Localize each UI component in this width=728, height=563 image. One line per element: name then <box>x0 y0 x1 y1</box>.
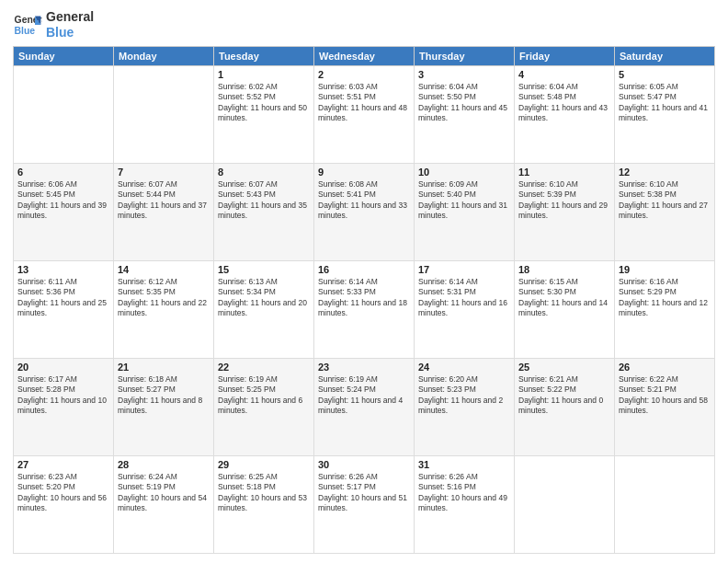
day-info: Sunrise: 6:10 AM Sunset: 5:39 PM Dayligh… <box>518 179 610 222</box>
weekday-tuesday: Tuesday <box>214 46 314 65</box>
calendar-cell: 24Sunrise: 6:20 AM Sunset: 5:23 PM Dayli… <box>415 358 515 455</box>
calendar-cell: 4Sunrise: 6:04 AM Sunset: 5:48 PM Daylig… <box>515 65 615 163</box>
week-row: 1Sunrise: 6:02 AM Sunset: 5:52 PM Daylig… <box>14 65 715 163</box>
day-number: 6 <box>17 167 109 178</box>
day-number: 27 <box>17 459 109 470</box>
day-info: Sunrise: 6:26 AM Sunset: 5:16 PM Dayligh… <box>418 472 510 514</box>
day-info: Sunrise: 6:24 AM Sunset: 5:19 PM Dayligh… <box>118 472 210 514</box>
calendar-cell: 13Sunrise: 6:11 AM Sunset: 5:36 PM Dayli… <box>14 260 114 358</box>
calendar-cell: 29Sunrise: 6:25 AM Sunset: 5:18 PM Dayli… <box>214 455 314 553</box>
day-info: Sunrise: 6:23 AM Sunset: 5:20 PM Dayligh… <box>17 472 109 514</box>
calendar-cell: 20Sunrise: 6:17 AM Sunset: 5:28 PM Dayli… <box>14 358 114 455</box>
day-number: 8 <box>218 167 310 178</box>
day-info: Sunrise: 6:14 AM Sunset: 5:33 PM Dayligh… <box>318 277 410 319</box>
day-info: Sunrise: 6:12 AM Sunset: 5:35 PM Dayligh… <box>118 277 210 319</box>
day-number: 10 <box>418 167 510 178</box>
day-info: Sunrise: 6:25 AM Sunset: 5:18 PM Dayligh… <box>218 472 310 514</box>
calendar-cell: 30Sunrise: 6:26 AM Sunset: 5:17 PM Dayli… <box>314 455 415 553</box>
calendar-cell: 17Sunrise: 6:14 AM Sunset: 5:31 PM Dayli… <box>415 260 515 358</box>
day-number: 28 <box>118 459 210 470</box>
day-number: 18 <box>518 264 610 275</box>
calendar-cell <box>515 455 615 553</box>
calendar-table: SundayMondayTuesdayWednesdayThursdayFrid… <box>13 46 715 554</box>
day-number: 1 <box>218 69 310 80</box>
calendar-cell: 8Sunrise: 6:07 AM Sunset: 5:43 PM Daylig… <box>214 163 314 260</box>
day-number: 23 <box>318 362 410 373</box>
day-number: 26 <box>619 362 711 373</box>
calendar-cell <box>615 455 715 553</box>
logo: General Blue GeneralBlue <box>13 9 94 40</box>
week-row: 20Sunrise: 6:17 AM Sunset: 5:28 PM Dayli… <box>14 358 715 455</box>
day-number: 31 <box>418 459 510 470</box>
day-number: 14 <box>118 264 210 275</box>
day-info: Sunrise: 6:07 AM Sunset: 5:43 PM Dayligh… <box>218 179 310 222</box>
day-info: Sunrise: 6:16 AM Sunset: 5:29 PM Dayligh… <box>619 277 711 319</box>
calendar-cell: 23Sunrise: 6:19 AM Sunset: 5:24 PM Dayli… <box>314 358 415 455</box>
weekday-saturday: Saturday <box>615 46 715 65</box>
day-info: Sunrise: 6:03 AM Sunset: 5:51 PM Dayligh… <box>318 82 410 124</box>
day-number: 20 <box>17 362 109 373</box>
day-info: Sunrise: 6:10 AM Sunset: 5:38 PM Dayligh… <box>619 179 711 222</box>
day-info: Sunrise: 6:14 AM Sunset: 5:31 PM Dayligh… <box>418 277 510 319</box>
calendar-cell: 16Sunrise: 6:14 AM Sunset: 5:33 PM Dayli… <box>314 260 415 358</box>
day-number: 4 <box>518 69 610 80</box>
weekday-monday: Monday <box>114 46 214 65</box>
calendar-cell: 9Sunrise: 6:08 AM Sunset: 5:41 PM Daylig… <box>314 163 415 260</box>
day-info: Sunrise: 6:15 AM Sunset: 5:30 PM Dayligh… <box>518 277 610 319</box>
day-info: Sunrise: 6:04 AM Sunset: 5:48 PM Dayligh… <box>518 82 610 124</box>
calendar-cell: 27Sunrise: 6:23 AM Sunset: 5:20 PM Dayli… <box>14 455 114 553</box>
day-info: Sunrise: 6:26 AM Sunset: 5:17 PM Dayligh… <box>318 472 410 514</box>
day-number: 9 <box>318 167 410 178</box>
day-info: Sunrise: 6:21 AM Sunset: 5:22 PM Dayligh… <box>518 374 610 417</box>
day-info: Sunrise: 6:19 AM Sunset: 5:24 PM Dayligh… <box>318 374 410 417</box>
calendar-cell: 14Sunrise: 6:12 AM Sunset: 5:35 PM Dayli… <box>114 260 214 358</box>
day-number: 13 <box>17 264 109 275</box>
day-number: 12 <box>619 167 711 178</box>
day-info: Sunrise: 6:08 AM Sunset: 5:41 PM Dayligh… <box>318 179 410 222</box>
calendar-cell: 26Sunrise: 6:22 AM Sunset: 5:21 PM Dayli… <box>615 358 715 455</box>
weekday-wednesday: Wednesday <box>314 46 415 65</box>
day-info: Sunrise: 6:09 AM Sunset: 5:40 PM Dayligh… <box>418 179 510 222</box>
day-number: 25 <box>518 362 610 373</box>
week-row: 6Sunrise: 6:06 AM Sunset: 5:45 PM Daylig… <box>14 163 715 260</box>
day-info: Sunrise: 6:19 AM Sunset: 5:25 PM Dayligh… <box>218 374 310 417</box>
calendar-cell: 21Sunrise: 6:18 AM Sunset: 5:27 PM Dayli… <box>114 358 214 455</box>
day-number: 19 <box>619 264 711 275</box>
calendar-cell: 12Sunrise: 6:10 AM Sunset: 5:38 PM Dayli… <box>615 163 715 260</box>
day-number: 15 <box>218 264 310 275</box>
day-number: 11 <box>518 167 610 178</box>
day-info: Sunrise: 6:13 AM Sunset: 5:34 PM Dayligh… <box>218 277 310 319</box>
day-info: Sunrise: 6:11 AM Sunset: 5:36 PM Dayligh… <box>17 277 109 319</box>
day-number: 7 <box>118 167 210 178</box>
day-number: 2 <box>318 69 410 80</box>
calendar-cell: 31Sunrise: 6:26 AM Sunset: 5:16 PM Dayli… <box>415 455 515 553</box>
day-number: 17 <box>418 264 510 275</box>
calendar-cell: 22Sunrise: 6:19 AM Sunset: 5:25 PM Dayli… <box>214 358 314 455</box>
week-row: 13Sunrise: 6:11 AM Sunset: 5:36 PM Dayli… <box>14 260 715 358</box>
day-number: 30 <box>318 459 410 470</box>
calendar-cell: 2Sunrise: 6:03 AM Sunset: 5:51 PM Daylig… <box>314 65 415 163</box>
calendar-cell: 1Sunrise: 6:02 AM Sunset: 5:52 PM Daylig… <box>214 65 314 163</box>
day-info: Sunrise: 6:22 AM Sunset: 5:21 PM Dayligh… <box>619 374 711 417</box>
day-info: Sunrise: 6:18 AM Sunset: 5:27 PM Dayligh… <box>118 374 210 417</box>
day-number: 29 <box>218 459 310 470</box>
calendar-cell: 11Sunrise: 6:10 AM Sunset: 5:39 PM Dayli… <box>515 163 615 260</box>
day-number: 3 <box>418 69 510 80</box>
day-info: Sunrise: 6:02 AM Sunset: 5:52 PM Dayligh… <box>218 82 310 124</box>
logo-icon: General Blue <box>13 10 42 40</box>
calendar-cell: 18Sunrise: 6:15 AM Sunset: 5:30 PM Dayli… <box>515 260 615 358</box>
day-number: 24 <box>418 362 510 373</box>
calendar-cell <box>14 65 114 163</box>
calendar-cell: 28Sunrise: 6:24 AM Sunset: 5:19 PM Dayli… <box>114 455 214 553</box>
calendar-cell: 7Sunrise: 6:07 AM Sunset: 5:44 PM Daylig… <box>114 163 214 260</box>
calendar-cell: 3Sunrise: 6:04 AM Sunset: 5:50 PM Daylig… <box>415 65 515 163</box>
day-number: 5 <box>619 69 711 80</box>
calendar-cell: 25Sunrise: 6:21 AM Sunset: 5:22 PM Dayli… <box>515 358 615 455</box>
day-info: Sunrise: 6:05 AM Sunset: 5:47 PM Dayligh… <box>619 82 711 124</box>
svg-text:Blue: Blue <box>15 25 36 35</box>
weekday-header: SundayMondayTuesdayWednesdayThursdayFrid… <box>14 46 715 65</box>
day-info: Sunrise: 6:06 AM Sunset: 5:45 PM Dayligh… <box>17 179 109 222</box>
day-info: Sunrise: 6:20 AM Sunset: 5:23 PM Dayligh… <box>418 374 510 417</box>
day-number: 22 <box>218 362 310 373</box>
calendar-cell: 15Sunrise: 6:13 AM Sunset: 5:34 PM Dayli… <box>214 260 314 358</box>
